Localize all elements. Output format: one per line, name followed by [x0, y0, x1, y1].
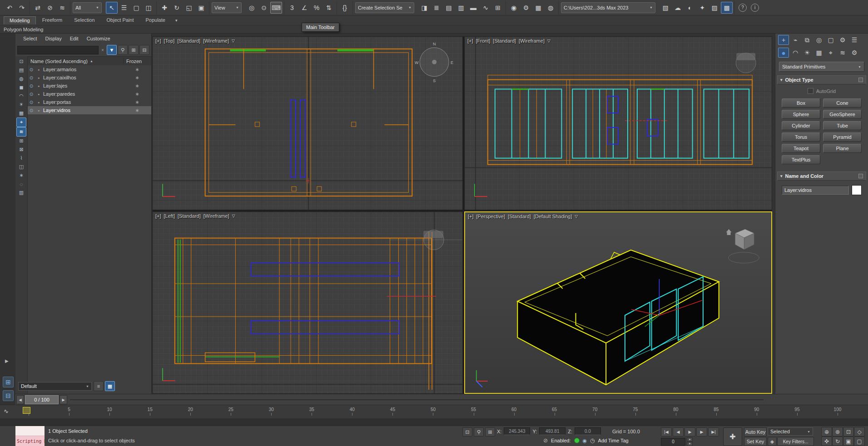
ribbon-panel-title[interactable]: Polygon Modeling: [4, 27, 43, 32]
timeline-tick[interactable]: 50: [428, 407, 438, 412]
display-spacewarps-icon[interactable]: ≋: [16, 127, 26, 137]
timeline-tick[interactable]: 95: [792, 407, 802, 412]
share-view-icon[interactable]: ✦: [696, 2, 708, 14]
enabled-indicator-icon[interactable]: [574, 438, 580, 443]
panel-menu-icon[interactable]: ☰: [849, 35, 860, 45]
material-editor-icon[interactable]: ◉: [508, 2, 520, 14]
systems-category-icon[interactable]: ⚙: [849, 48, 860, 58]
primitive-button[interactable]: Box: [782, 98, 820, 108]
create-tab-icon[interactable]: +: [778, 35, 789, 45]
layer-color-dot-icon[interactable]: ●: [35, 76, 42, 79]
key-selection-dropdown[interactable]: Selected ▼: [768, 427, 813, 436]
named-selection-sets-dropdown[interactable]: Create Selection Se▼: [355, 2, 414, 13]
set-keys-button[interactable]: ✚: [723, 427, 742, 446]
timeline-tick[interactable]: 65: [550, 407, 560, 412]
timeline-playhead[interactable]: [23, 407, 30, 414]
timeline-tick[interactable]: 85: [711, 407, 721, 412]
spinner-snap-icon[interactable]: ⇅: [323, 2, 335, 14]
project-path-dropdown[interactable]: C:\Users\202...3ds Max 2023▼: [561, 2, 655, 13]
percent-snap-icon[interactable]: %: [311, 2, 322, 14]
cameras-category-icon[interactable]: ▦: [813, 48, 824, 58]
time-slider-handle[interactable]: 0 / 100: [25, 395, 59, 404]
ribbon-tab[interactable]: Object Paint: [101, 16, 139, 25]
orbit-icon[interactable]: ↻: [832, 436, 843, 446]
timeline-tick[interactable]: 80: [671, 407, 681, 412]
timeline-tick[interactable]: 90: [752, 407, 762, 412]
select-and-link-icon[interactable]: ⇄: [32, 2, 44, 14]
go-to-end-button[interactable]: ▶|: [708, 427, 719, 436]
display-helpers-icon[interactable]: ⌖: [16, 118, 26, 127]
primitive-button[interactable]: Cone: [823, 98, 862, 108]
helpers-category-icon[interactable]: ⌖: [825, 48, 836, 58]
keyboard-shortcut-override-icon[interactable]: ⌨: [270, 2, 282, 14]
viewport-name-menu[interactable]: [Left]: [164, 213, 175, 219]
selection-lock-icon[interactable]: ⚲: [474, 427, 484, 436]
primitive-button[interactable]: Pyramid: [823, 132, 862, 142]
spinner-up-icon[interactable]: ▲: [687, 437, 693, 441]
timeline-tick[interactable]: 100: [833, 407, 843, 412]
visibility-eye-icon[interactable]: ⊙: [28, 108, 35, 113]
display-selection-sets-icon[interactable]: ▥: [17, 188, 26, 197]
motion-tab-icon[interactable]: ◎: [813, 35, 824, 45]
spacewarps-category-icon[interactable]: ≋: [837, 48, 848, 58]
front-wireframe-canvas[interactable]: [465, 37, 772, 210]
utilities-tab-icon[interactable]: ⚙: [837, 35, 848, 45]
frozen-snowflake-icon[interactable]: ∗: [123, 83, 151, 89]
svg-text:E[interactable]: E: [451, 60, 453, 65]
layer-row[interactable]: ⊙ ● Layer:portas ∗: [28, 98, 151, 106]
ribbon-tab[interactable]: Modeling: [4, 16, 36, 25]
time-slider[interactable]: ◀ 0 / 100 ▶: [15, 394, 868, 405]
timeline-tick[interactable]: 20: [185, 407, 195, 412]
maximize-viewport-icon[interactable]: ▣: [843, 436, 854, 446]
next-frame-button[interactable]: ▶: [696, 427, 707, 436]
render-production-icon[interactable]: ◍: [545, 2, 556, 14]
viewport-compass-gizmo[interactable]: N S W E: [415, 42, 453, 83]
align-icon[interactable]: ≣: [431, 2, 442, 14]
bind-to-space-warp-icon[interactable]: ≋: [56, 2, 68, 14]
timeline-tick[interactable]: 45: [387, 407, 397, 412]
rendered-frame-window-icon[interactable]: ▦: [532, 2, 544, 14]
top-wireframe-canvas[interactable]: N S W E: [153, 37, 462, 210]
viewport-pov-menu[interactable]: [+]: [467, 38, 473, 44]
set-key-button[interactable]: Set Key: [744, 437, 767, 446]
primitive-button[interactable]: GeoSphere: [823, 110, 862, 119]
timeline-tick[interactable]: 5: [64, 407, 74, 412]
ribbon-tab[interactable]: Populate: [140, 16, 170, 25]
display-geometry-icon[interactable]: ◼: [17, 83, 26, 92]
explorer-menu-item[interactable]: Select: [20, 35, 40, 42]
info-circle-icon[interactable]: i: [749, 2, 761, 14]
viewcube-gizmo[interactable]: [726, 229, 759, 263]
lights-category-icon[interactable]: ☀: [802, 48, 813, 58]
select-and-move-icon[interactable]: ✚: [159, 2, 170, 14]
viewport-shading-menu[interactable]: [Wireframe]: [203, 213, 229, 219]
object-color-swatch[interactable]: [852, 185, 862, 195]
primitive-button[interactable]: Tube: [823, 121, 862, 130]
viewport-filter-icon[interactable]: ▽: [547, 39, 551, 44]
viewport-compass-gizmo[interactable]: [390, 230, 462, 250]
timeline-tick[interactable]: 35: [307, 407, 317, 412]
geometry-category-icon[interactable]: ●: [778, 48, 789, 58]
viewport-front[interactable]: [+] [Front] [Standard] [Wireframe] ▽: [464, 36, 772, 210]
select-object-icon[interactable]: ↖: [106, 2, 118, 14]
visibility-eye-icon[interactable]: ⊙: [28, 75, 35, 80]
x-coordinate-field[interactable]: 245.343: [504, 427, 530, 435]
spinner-down-icon[interactable]: ▼: [687, 442, 693, 446]
snaps-toggle-3d-icon[interactable]: 3: [286, 2, 298, 14]
y-coordinate-field[interactable]: 493.81: [539, 427, 565, 435]
display-groups-icon[interactable]: ⊞: [17, 137, 26, 145]
autogrid-checkbox[interactable]: [808, 88, 813, 94]
lock-explorer-icon[interactable]: ⚲: [118, 45, 128, 55]
render-history-icon[interactable]: ▩: [721, 2, 733, 14]
viewport-perspective[interactable]: [+] [Perspective] [Standard] [Default Sh…: [464, 211, 772, 394]
toggle-scene-explorer-icon[interactable]: ▤: [443, 2, 455, 14]
timeline-tick[interactable]: 15: [145, 407, 155, 412]
window-crossing-icon[interactable]: ◫: [143, 2, 154, 14]
display-frozen-icon[interactable]: ∗: [17, 171, 26, 180]
open-explorer-icon[interactable]: ▨: [709, 2, 720, 14]
frozen-snowflake-icon[interactable]: ∗: [123, 108, 151, 113]
select-and-manipulate-icon[interactable]: ⊙: [258, 2, 270, 14]
perspective-canvas[interactable]: [465, 212, 771, 393]
mirror-icon[interactable]: ◨: [418, 2, 430, 14]
display-layers-icon[interactable]: ▤: [17, 66, 26, 74]
angle-snap-icon[interactable]: ∠: [298, 2, 310, 14]
